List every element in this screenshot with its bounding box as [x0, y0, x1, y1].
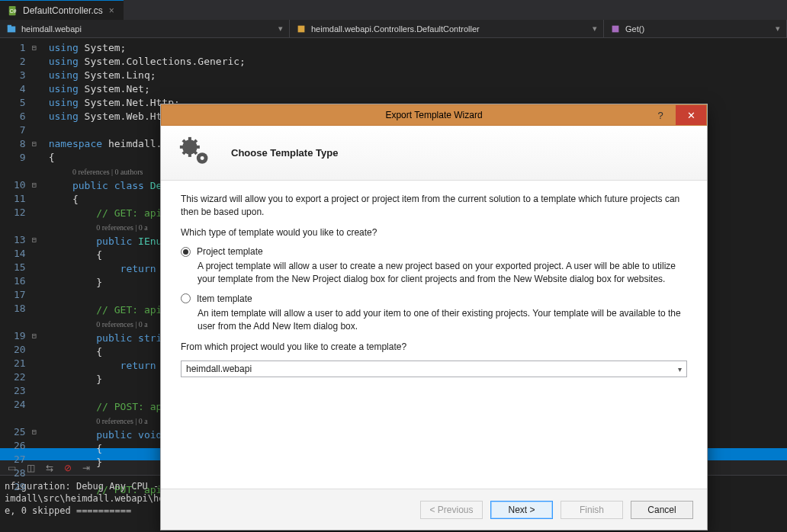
context-project-text: heimdall.webapi	[21, 24, 82, 34]
svg-rect-4	[298, 25, 305, 32]
dialog-header: Choose Template Type	[161, 126, 707, 181]
chevron-down-icon: ▾	[278, 24, 283, 34]
project-select-label: From which project would you like to cre…	[181, 341, 687, 354]
export-template-dialog: Export Template Wizard ? ✕ Choose Templa…	[160, 104, 708, 530]
dialog-question: Which type of template would you like to…	[181, 226, 687, 239]
context-bar: heimdall.webapi ▾ heimdall.webapi.Contro…	[0, 20, 787, 38]
dialog-header-title: Choose Template Type	[231, 147, 338, 159]
line-gutter: 1 ⊟ 2 3 4 5 6 7 8 ⊟ 9 10 ⊟ 11 12 13 ⊟ 14…	[0, 38, 43, 448]
context-method-text: Get()	[625, 24, 644, 34]
context-class[interactable]: heimdall.webapi.Controllers.DefaultContr…	[290, 20, 604, 37]
chevron-down-icon: ▾	[776, 24, 780, 34]
tab-filename: DefaultController.cs	[23, 5, 103, 16]
help-button[interactable]: ?	[645, 105, 676, 125]
fold-icon[interactable]: ⊟	[29, 178, 37, 192]
output-opt-icon[interactable]: ⇆	[46, 463, 53, 473]
dialog-titlebar[interactable]: Export Template Wizard ? ✕	[161, 104, 707, 126]
cancel-button[interactable]: Cancel	[631, 501, 693, 519]
context-class-text: heimdall.webapi.Controllers.DefaultContr…	[311, 24, 480, 34]
svg-point-9	[201, 156, 204, 160]
gears-icon	[176, 133, 216, 173]
fold-icon[interactable]: ⊟	[29, 137, 37, 151]
close-button[interactable]: ✕	[676, 105, 706, 125]
fold-icon[interactable]: ⊟	[29, 329, 37, 343]
class-icon	[296, 24, 307, 34]
radio-label: Project template	[197, 246, 263, 257]
csharp-file-icon: C#	[8, 5, 18, 16]
project-icon	[6, 24, 17, 34]
radio-item-template[interactable]: Item template	[181, 293, 687, 304]
project-dropdown[interactable]: heimdall.webapi ▾	[181, 361, 687, 377]
method-icon	[610, 24, 621, 34]
svg-rect-3	[8, 24, 11, 27]
context-project[interactable]: heimdall.webapi ▾	[0, 20, 290, 37]
radio-project-desc: A project template will allow a user to …	[198, 260, 687, 286]
nav-icon[interactable]: ⇥	[82, 463, 90, 473]
error-icon[interactable]: ⊘	[64, 463, 72, 473]
finish-button: Finish	[561, 501, 623, 519]
dialog-footer: < Previous Next > Finish Cancel	[161, 489, 707, 530]
tab-close-icon[interactable]: ×	[108, 5, 116, 16]
fold-icon[interactable]: ⊟	[29, 425, 37, 439]
svg-rect-2	[8, 26, 16, 32]
radio-unchecked-icon	[181, 293, 191, 303]
context-method[interactable]: Get() ▾	[604, 20, 787, 37]
next-button[interactable]: Next >	[490, 501, 553, 519]
dialog-title: Export Template Wizard	[385, 110, 482, 120]
radio-label: Item template	[197, 293, 252, 304]
chevron-down-icon: ▾	[678, 365, 682, 373]
svg-text:C#: C#	[10, 8, 17, 13]
editor-tab[interactable]: C# DefaultController.cs ×	[0, 0, 124, 20]
dropdown-value: heimdall.webapi	[186, 364, 252, 374]
previous-button: < Previous	[420, 501, 483, 519]
radio-checked-icon	[181, 247, 191, 257]
fold-icon[interactable]: ⊟	[29, 233, 37, 247]
tab-bar: C# DefaultController.cs ×	[0, 0, 787, 20]
svg-rect-5	[612, 25, 619, 32]
chevron-down-icon: ▾	[593, 24, 597, 34]
radio-project-template[interactable]: Project template	[181, 246, 687, 257]
dialog-intro: This wizard will allow you to export a p…	[181, 193, 687, 219]
fold-icon[interactable]: ⊟	[29, 41, 37, 55]
dialog-body: This wizard will allow you to export a p…	[161, 181, 707, 489]
radio-item-desc: An item template will allow a user to ad…	[198, 307, 687, 333]
